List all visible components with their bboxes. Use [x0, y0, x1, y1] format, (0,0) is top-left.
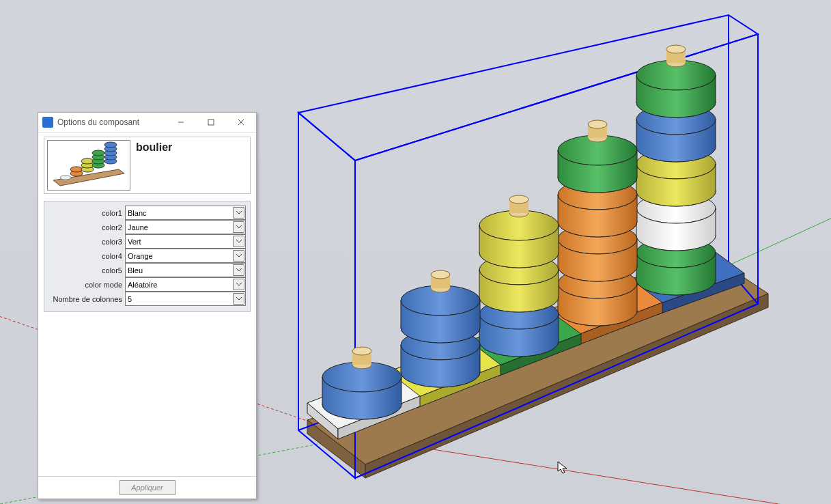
svg-point-72 [352, 347, 371, 355]
dialog-title: Options du composant [57, 117, 166, 127]
select-color3[interactable]: Vert [125, 234, 246, 249]
select-color4[interactable]: Orange [125, 249, 246, 263]
cursor-icon [556, 460, 571, 475]
chevron-down-icon [233, 236, 244, 247]
svg-point-64 [431, 270, 450, 279]
component-name: boulier [136, 140, 172, 154]
svg-point-28 [666, 45, 686, 53]
svg-point-42 [588, 120, 607, 128]
svg-point-92 [104, 142, 117, 148]
chevron-down-icon [233, 207, 244, 219]
svg-marker-93 [558, 462, 567, 473]
svg-point-87 [92, 150, 104, 156]
chevron-down-icon [233, 293, 244, 305]
select-color-mode[interactable]: Aléatoire [125, 277, 246, 292]
maximize-button[interactable] [196, 113, 226, 132]
component-thumbnail [47, 140, 130, 191]
dialog-footer: Appliquer [38, 476, 256, 499]
select-columns[interactable]: 5 [125, 292, 246, 306]
chevron-down-icon [233, 279, 244, 290]
svg-rect-74 [208, 120, 214, 125]
options-form: color1Blanc color2Jaune color3Vert color… [44, 201, 251, 312]
component-options-dialog: Options du composant boulier [38, 112, 257, 499]
minimize-button[interactable] [166, 113, 196, 132]
select-color2[interactable]: Jaune [125, 220, 246, 234]
select-color1[interactable]: Blanc [125, 206, 246, 220]
label-color3: color3 [48, 238, 125, 246]
titlebar[interactable]: Options du composant [38, 113, 256, 132]
component-header: boulier [44, 137, 251, 194]
label-color1: color1 [48, 209, 125, 217]
app-icon [42, 117, 53, 128]
label-color4: color4 [48, 252, 125, 260]
label-columns: Nombre de colonnes [48, 295, 125, 303]
svg-point-78 [60, 176, 71, 180]
chevron-down-icon [233, 264, 244, 276]
svg-point-54 [509, 195, 529, 204]
label-color-mode: color mode [48, 281, 125, 289]
label-color5: color5 [48, 266, 125, 275]
chevron-down-icon [233, 221, 244, 233]
chevron-down-icon [233, 250, 244, 262]
svg-point-80 [70, 167, 83, 172]
select-color5[interactable]: Bleu [125, 263, 246, 277]
close-button[interactable] [226, 113, 256, 132]
label-color2: color2 [48, 223, 125, 232]
apply-button[interactable]: Appliquer [119, 480, 176, 495]
svg-point-83 [81, 158, 94, 164]
